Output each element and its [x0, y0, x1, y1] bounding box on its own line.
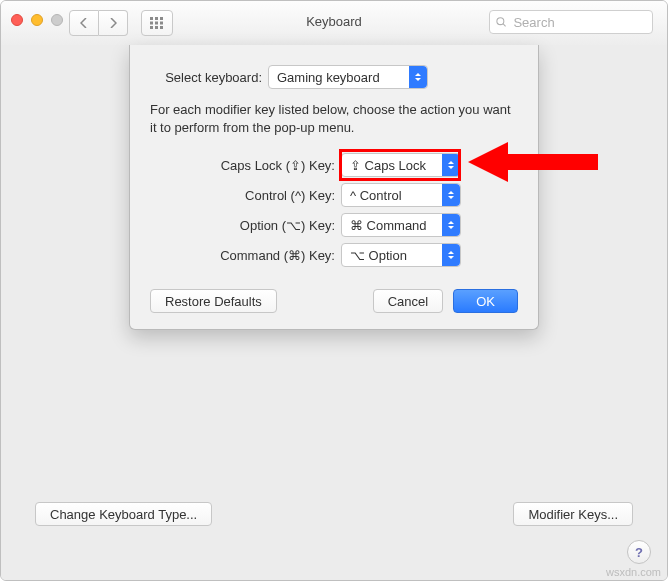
keyboard-select[interactable]: Gaming keyboard	[268, 65, 428, 89]
restore-defaults-button[interactable]: Restore Defaults	[150, 289, 277, 313]
svg-line-10	[503, 24, 506, 27]
command-value: ⌥ Option	[350, 248, 407, 263]
chevrons-icon	[442, 214, 460, 236]
control-label: Control (^) Key:	[150, 188, 341, 203]
annotation-arrow-icon	[468, 138, 598, 186]
chevrons-icon	[442, 244, 460, 266]
option-label: Option (⌥) Key:	[150, 218, 341, 233]
capslock-value: ⇪ Caps Lock	[350, 158, 426, 173]
command-select[interactable]: ⌥ Option	[341, 243, 461, 267]
option-select[interactable]: ⌘ Command	[341, 213, 461, 237]
preferences-window: Keyboard Select keyboard: Gaming keyboar…	[0, 0, 668, 581]
titlebar: Keyboard	[1, 1, 667, 46]
help-button[interactable]: ?	[627, 540, 651, 564]
control-value: ^ Control	[350, 188, 402, 203]
help-icon: ?	[635, 545, 643, 560]
keyboard-select-value: Gaming keyboard	[277, 70, 380, 85]
option-value: ⌘ Command	[350, 218, 427, 233]
cancel-button[interactable]: Cancel	[373, 289, 443, 313]
control-select[interactable]: ^ Control	[341, 183, 461, 207]
chevrons-icon	[442, 184, 460, 206]
chevrons-icon	[409, 66, 427, 88]
svg-marker-11	[468, 142, 598, 182]
modifier-keys-button[interactable]: Modifier Keys...	[513, 502, 633, 526]
select-keyboard-label: Select keyboard:	[150, 70, 268, 85]
search-input[interactable]	[511, 14, 646, 31]
modifier-keys-sheet: Select keyboard: Gaming keyboard For eac…	[129, 45, 539, 330]
capslock-label: Caps Lock (⇪) Key:	[150, 158, 341, 173]
pane-bottom-buttons: Change Keyboard Type... Modifier Keys...	[35, 502, 633, 526]
command-label: Command (⌘) Key:	[150, 248, 341, 263]
sheet-help-text: For each modifier key listed below, choo…	[150, 101, 518, 137]
search-icon	[496, 16, 506, 28]
chevrons-icon	[442, 154, 460, 176]
preferences-pane: Select keyboard: Gaming keyboard For eac…	[1, 45, 667, 580]
capslock-select[interactable]: ⇪ Caps Lock	[341, 153, 461, 177]
change-keyboard-type-button[interactable]: Change Keyboard Type...	[35, 502, 212, 526]
svg-point-9	[497, 18, 504, 25]
watermark: wsxdn.com	[606, 566, 661, 578]
search-field[interactable]	[489, 10, 653, 34]
ok-button[interactable]: OK	[453, 289, 518, 313]
